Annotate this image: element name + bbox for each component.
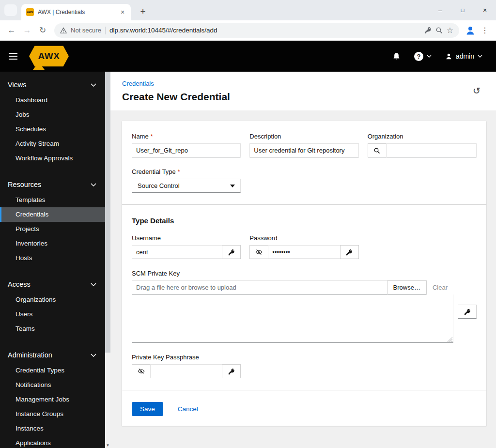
browse-button[interactable]: Browse… [387,280,427,294]
scm-private-key-label: SCM Private Key [132,270,477,277]
chevron-down-icon [91,183,96,186]
breadcrumb-credentials[interactable]: Credentials [122,80,154,87]
window-minimize-button[interactable]: – [429,0,451,20]
sidebar-item-management-jobs[interactable]: Management Jobs [0,392,105,407]
omnibox-divider [105,27,106,34]
selected-option-label: Source Control [138,182,180,189]
sidebar-item-instance-groups[interactable]: Instance Groups [0,407,105,421]
sidebar-item-inventories[interactable]: Inventories [0,236,105,251]
chevron-down-icon [478,55,482,58]
key-icon [228,249,235,256]
username-label: Username [132,234,241,242]
sidebar-item-schedules[interactable]: Schedules [0,122,105,137]
password-input[interactable] [268,245,340,259]
section-label: Administration [8,351,52,359]
sidebar-item-templates[interactable]: Templates [0,193,105,207]
passphrase-reveal-button[interactable] [132,364,151,378]
zoom-icon[interactable] [435,27,443,34]
browser-tab[interactable]: AWX AWX | Credentials × [21,4,131,20]
window-controls: – □ × [429,0,496,20]
scm-file-drop-input[interactable] [132,280,388,294]
awx-logo[interactable]: AWX [29,45,69,67]
credential-type-select[interactable]: Source Control [132,179,241,193]
sidebar-item-organizations[interactable]: Organizations [0,293,105,307]
sidebar-item-dashboard[interactable]: Dashboard [0,93,105,108]
bookmark-star-icon[interactable]: ☆ [447,27,453,34]
scm-credential-lookup-button[interactable] [458,305,477,319]
description-label: Description [249,133,358,140]
sidebar-item-instances[interactable]: Instances [0,421,105,436]
awx-header: AWX ? admin [0,41,496,72]
browser-menu-button[interactable]: ⋮ [479,26,491,35]
sidebar-item-workflow-approvals[interactable]: Workflow Approvals [0,151,105,166]
sidebar-section-views[interactable]: Views [0,77,105,93]
sidebar-nav: Views Dashboard Jobs Schedules Activity … [0,72,105,448]
awx-logo-stand [33,66,45,70]
sidebar-item-applications[interactable]: Applications [0,436,105,448]
required-marker: * [151,133,153,140]
notifications-bell-icon[interactable] [392,52,401,61]
scrollbar-down-arrow[interactable]: ▾ [105,443,110,448]
save-button[interactable]: Save [132,402,163,416]
user-menu-button[interactable]: admin [445,52,482,60]
chevron-down-icon [91,354,96,357]
sidebar-scrollbar[interactable]: ▾ [105,72,110,448]
password-manager-key-icon[interactable] [424,27,432,34]
sidebar-item-notifications[interactable]: Notifications [0,378,105,392]
organization-label: Organization [368,133,477,140]
not-secure-warning-icon [60,27,67,34]
credential-type-label: Credential Type* [132,168,241,175]
sidebar-item-hosts[interactable]: Hosts [0,251,105,265]
section-divider [122,204,486,205]
user-icon [445,53,452,60]
search-icon [373,147,380,154]
address-bar[interactable]: Not secure dlp.srv.world:10445/#/credent… [54,23,459,38]
profile-avatar[interactable] [464,24,477,37]
reload-button[interactable]: ↻ [36,24,49,37]
credential-type-field: Credential Type* Source Control [132,168,241,193]
nav-toggle-button[interactable] [9,53,17,60]
sidebar-item-activity-stream[interactable]: Activity Stream [0,137,105,151]
tab-close-button[interactable]: × [118,8,127,16]
window-maximize-button[interactable]: □ [451,0,474,20]
back-button[interactable]: ← [5,24,18,37]
clear-button[interactable]: Clear [427,280,453,294]
username-credential-lookup-button[interactable] [222,245,241,259]
forward-button[interactable]: → [20,24,34,37]
question-circle-icon: ? [414,52,423,61]
key-icon [464,309,471,315]
description-input[interactable] [249,143,358,157]
passphrase-credential-lookup-button[interactable] [222,364,241,378]
passphrase-input[interactable] [150,364,222,378]
window-close-button[interactable]: × [474,0,496,20]
passphrase-label: Private Key Passphrase [132,354,241,361]
tab-search-button[interactable] [4,4,17,16]
password-reveal-button[interactable] [249,245,268,259]
awx-favicon-icon: AWX [26,8,34,16]
scrollbar-thumb[interactable] [105,72,110,353]
sidebar-section-resources[interactable]: Resources [0,176,105,193]
key-icon [346,249,353,256]
page-header: Credentials Create New Credential ↺ [110,72,496,110]
eye-slash-icon [255,248,263,256]
sidebar-section-administration[interactable]: Administration [0,347,105,363]
sidebar-item-projects[interactable]: Projects [0,222,105,236]
name-input[interactable] [132,143,241,157]
sidebar-item-teams[interactable]: Teams [0,322,105,336]
cancel-button[interactable]: Cancel [178,405,198,413]
sidebar-section-access[interactable]: Access [0,276,105,293]
password-field: Password [249,234,358,259]
sidebar-item-users[interactable]: Users [0,307,105,322]
password-credential-lookup-button[interactable] [340,245,359,259]
sidebar-item-credential-types[interactable]: Credential Types [0,363,105,378]
history-icon[interactable]: ↺ [473,85,480,96]
organization-input[interactable] [386,143,477,157]
sidebar-item-credentials[interactable]: Credentials [0,207,105,222]
sidebar-item-jobs[interactable]: Jobs [0,108,105,122]
username-input[interactable] [132,245,222,259]
scm-private-key-textarea[interactable] [132,294,453,343]
new-tab-button[interactable]: + [137,6,149,17]
eye-slash-icon [138,368,145,375]
help-menu-button[interactable]: ? [414,52,432,61]
organization-search-button[interactable] [368,143,387,157]
